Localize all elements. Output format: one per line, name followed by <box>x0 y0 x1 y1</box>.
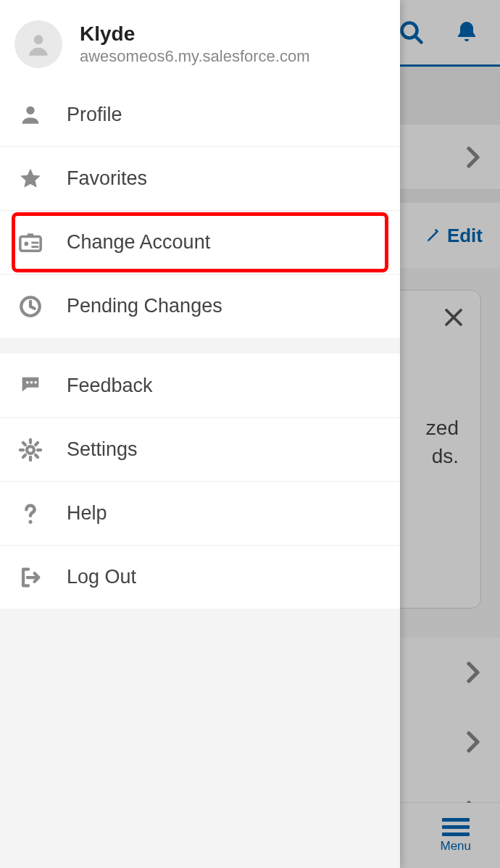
svg-rect-4 <box>20 236 41 251</box>
drawer-item-pending-changes[interactable]: Pending Changes <box>0 274 400 338</box>
drawer-group-1: Profile Favorites Change Account Pending… <box>0 83 400 338</box>
drawer-item-favorites[interactable]: Favorites <box>0 146 400 210</box>
person-icon <box>25 30 52 58</box>
drawer-item-label: Help <box>67 502 107 525</box>
drawer-item-change-account[interactable]: Change Account <box>0 210 400 274</box>
drawer-item-label: Pending Changes <box>67 295 222 317</box>
user-org: awesomeos6.my.salesforce.com <box>80 47 310 66</box>
gear-icon <box>14 438 46 462</box>
drawer-item-label: Profile <box>67 104 122 126</box>
person-icon <box>14 102 46 127</box>
avatar <box>14 20 62 68</box>
svg-point-12 <box>34 381 37 384</box>
svg-point-10 <box>26 381 29 384</box>
drawer-filler <box>0 609 400 868</box>
svg-point-2 <box>34 35 43 44</box>
question-icon <box>14 501 46 526</box>
drawer-divider <box>0 338 400 354</box>
side-drawer: Klyde awesomeos6.my.salesforce.com Profi… <box>0 0 400 868</box>
drawer-item-label: Feedback <box>67 375 153 397</box>
svg-rect-7 <box>31 241 38 243</box>
drawer-item-label: Change Account <box>67 231 210 254</box>
drawer-item-profile[interactable]: Profile <box>0 83 400 146</box>
user-name: Klyde <box>80 22 310 46</box>
svg-point-14 <box>28 519 32 523</box>
svg-rect-5 <box>28 233 34 238</box>
id-card-icon <box>14 230 46 255</box>
svg-point-13 <box>27 446 34 454</box>
clock-icon <box>14 294 46 319</box>
drawer-item-feedback[interactable]: Feedback <box>0 354 400 417</box>
drawer-item-settings[interactable]: Settings <box>0 417 400 481</box>
drawer-item-help[interactable]: Help <box>0 481 400 545</box>
logout-icon <box>14 565 46 590</box>
star-icon <box>14 167 46 191</box>
drawer-item-label: Log Out <box>67 566 136 588</box>
svg-point-3 <box>26 107 34 114</box>
chat-icon <box>14 373 46 398</box>
svg-point-11 <box>30 381 33 384</box>
drawer-item-log-out[interactable]: Log Out <box>0 545 400 609</box>
drawer-item-label: Settings <box>67 438 138 461</box>
svg-point-6 <box>25 241 29 246</box>
svg-rect-8 <box>31 246 38 248</box>
user-header[interactable]: Klyde awesomeos6.my.salesforce.com <box>0 0 400 83</box>
drawer-item-label: Favorites <box>67 167 147 190</box>
drawer-group-2: Feedback Settings Help Log Out <box>0 354 400 609</box>
